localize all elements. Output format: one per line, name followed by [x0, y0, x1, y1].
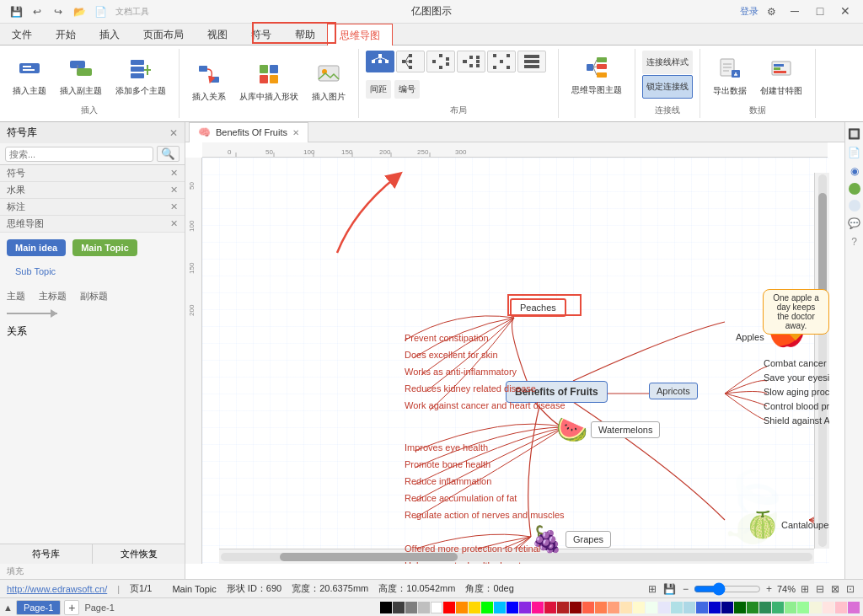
sidebar-category-label-close[interactable]: ✕ — [170, 201, 178, 212]
layout-btn-3[interactable] — [426, 51, 455, 72]
layout-btn-5[interactable] — [487, 51, 516, 72]
palette-dark-blue[interactable] — [721, 602, 733, 613]
scrollbar-h-thumb[interactable] — [280, 553, 458, 561]
qa-undo-btn[interactable]: ↩ — [28, 3, 46, 21]
file-recover-tab[interactable]: 文件恢复 — [93, 544, 185, 564]
palette-moccasin[interactable] — [620, 602, 632, 613]
mindmap-theme-btn[interactable]: 思维导图主题 — [566, 51, 628, 101]
right-tool-3[interactable]: ◉ — [846, 163, 863, 179]
zoom-save-btn[interactable]: 💾 — [662, 583, 678, 595]
sample-sub-topic[interactable]: Sub Topic — [7, 263, 64, 280]
palette-pink[interactable] — [532, 602, 544, 613]
zoom-slider[interactable] — [694, 582, 761, 596]
sample-main-topic[interactable]: Main Topic — [72, 239, 137, 256]
insert-sub-btn[interactable]: 插入副主题 — [54, 51, 108, 102]
watermelons-node[interactable]: 🍉 Watermelons — [556, 415, 660, 444]
view-mode-4[interactable]: ⊡ — [844, 583, 856, 595]
palette-medium-blue[interactable] — [709, 602, 721, 613]
palette-orange[interactable] — [456, 602, 468, 613]
right-tool-help[interactable]: ? — [846, 233, 863, 250]
canvas-wrapper[interactable]: 0 50 100 150 200 250 300 50 100 — [185, 142, 844, 579]
palette-lavender[interactable] — [658, 602, 670, 613]
spacing-btn[interactable]: 间距 — [366, 80, 391, 99]
apricots-node[interactable]: Apricots — [649, 383, 698, 399]
palette-dark-green[interactable] — [734, 602, 746, 613]
view-mode-3[interactable]: ⊠ — [829, 583, 841, 595]
settings-btn[interactable]: ⚙ — [762, 3, 780, 21]
right-tool-1[interactable]: 🔲 — [846, 126, 863, 142]
sidebar-category-mindmap-close[interactable]: ✕ — [170, 218, 178, 229]
tab-help[interactable]: 帮助 — [283, 24, 327, 46]
layout-btn-1[interactable] — [366, 51, 394, 72]
palette-pale-green[interactable] — [797, 602, 809, 613]
palette-forest-green[interactable] — [747, 602, 758, 613]
scrollbar-v-thumb[interactable] — [818, 193, 827, 305]
palette-lightgray[interactable] — [418, 602, 430, 613]
palette-sea-green[interactable] — [759, 602, 771, 613]
palette-royal-blue[interactable] — [696, 602, 708, 613]
connector-style-btn[interactable]: 连接线样式 — [642, 51, 693, 74]
palette-lemon[interactable] — [633, 602, 645, 613]
palette-honeydew[interactable] — [646, 602, 657, 613]
palette-powder-blue[interactable] — [671, 602, 683, 613]
symbol-lib-tab[interactable]: 符号库 — [0, 544, 93, 564]
mindmap-canvas[interactable]: 🍃 — [202, 158, 829, 564]
qa-redo-btn[interactable]: ↪ — [49, 3, 67, 21]
layout-btn-6[interactable] — [517, 51, 546, 72]
sidebar-category-label[interactable]: 标注 ✕ — [0, 199, 185, 216]
canvas-tab-close[interactable]: ✕ — [292, 128, 299, 137]
palette-medium-sea-green[interactable] — [772, 602, 784, 613]
sidebar-search-btn[interactable]: 🔍 — [157, 146, 180, 162]
palette-blue[interactable] — [507, 602, 518, 613]
palette-darkred[interactable] — [570, 602, 582, 613]
palette-skyblue[interactable] — [494, 602, 506, 613]
palette-red[interactable] — [443, 602, 455, 613]
minimize-btn[interactable]: ─ — [784, 3, 806, 19]
palette-pink-light[interactable] — [835, 602, 847, 613]
sidebar-category-symbol-close[interactable]: ✕ — [170, 168, 178, 179]
insert-topic-btn[interactable]: 插入主题 — [7, 51, 52, 102]
right-tool-2[interactable]: 📄 — [846, 144, 863, 161]
palette-white[interactable] — [431, 602, 442, 613]
add-topics-btn[interactable]: 添加多个主题 — [110, 51, 172, 102]
login-btn[interactable]: 登录 — [740, 3, 758, 21]
add-page-btn[interactable]: + — [64, 600, 79, 615]
palette-firebrick[interactable] — [557, 602, 569, 613]
website-link[interactable]: http://www.edrawsoft.cn/ — [7, 584, 107, 594]
export-data-btn[interactable]: 导出数据 — [707, 51, 753, 102]
qa-save-btn[interactable]: 💾 — [7, 3, 25, 21]
layout-btn-4[interactable] — [457, 51, 485, 72]
layout-btn-2[interactable] — [396, 51, 425, 72]
palette-green[interactable] — [481, 602, 493, 613]
zoom-fit-btn[interactable]: ⊞ — [646, 583, 658, 595]
palette-misty-rose[interactable] — [823, 602, 834, 613]
palette-yellow[interactable] — [469, 602, 480, 613]
sidebar-category-symbol[interactable]: 符号 ✕ — [0, 165, 185, 182]
create-gantt-btn[interactable]: 创建甘特图 — [754, 51, 808, 102]
view-mode-2[interactable]: ⊟ — [814, 583, 826, 595]
tab-file[interactable]: 文件 — [0, 24, 44, 46]
cantaloupes-node[interactable]: 🍈 Cantaloupes — [747, 510, 829, 539]
insert-image-btn[interactable]: 插入图片 — [306, 57, 351, 108]
palette-tomato[interactable] — [582, 602, 594, 613]
palette-crimson[interactable] — [544, 602, 556, 613]
palette-light-green[interactable] — [785, 602, 796, 613]
nav-left-btn[interactable]: ▲ — [3, 603, 13, 613]
palette-darkgray[interactable] — [393, 602, 405, 613]
palette-light-blue[interactable] — [683, 602, 695, 613]
sidebar-category-fruit-close[interactable]: ✕ — [170, 185, 178, 196]
qa-open-btn[interactable]: 📂 — [70, 3, 88, 21]
palette-orchid[interactable] — [848, 602, 860, 613]
palette-coral[interactable] — [595, 602, 607, 613]
zoom-minus-btn[interactable]: − — [681, 583, 690, 595]
sidebar-category-mindmap[interactable]: 思维导图 ✕ — [0, 216, 185, 233]
sidebar-category-fruit[interactable]: 水果 ✕ — [0, 182, 185, 199]
view-mode-1[interactable]: ⊞ — [799, 583, 811, 595]
canvas-tab-benefits[interactable]: 🧠 Benefits Of Fruits ✕ — [189, 122, 308, 142]
peaches-node[interactable]: Peaches — [510, 298, 566, 317]
palette-black[interactable] — [380, 602, 392, 613]
tab-home[interactable]: 开始 — [44, 24, 88, 46]
tab-insert[interactable]: 插入 — [88, 24, 131, 46]
tab-mindmap[interactable]: 思维导图 — [327, 24, 393, 46]
qa-new-btn[interactable]: 📄 — [91, 3, 110, 21]
